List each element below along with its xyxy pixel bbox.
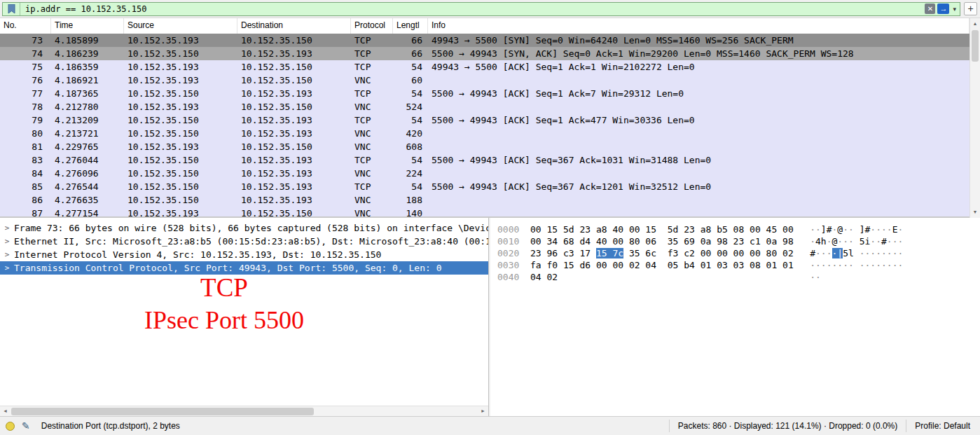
packet-row[interactable]: 794.21320910.152.35.15010.152.35.193TCP5…: [0, 113, 969, 127]
hex-byte[interactable]: 15: [546, 224, 558, 235]
scrollbar-thumb[interactable]: [11, 408, 314, 415]
expert-info-icon[interactable]: [6, 422, 15, 431]
hex-byte[interactable]: f0: [546, 260, 558, 270]
hex-byte[interactable]: 02: [782, 248, 794, 258]
hex-byte[interactable]: 15: [596, 248, 607, 258]
hex-byte[interactable]: 23: [579, 224, 591, 235]
hex-byte[interactable]: 35: [668, 236, 679, 247]
expand-arrow-icon[interactable]: >: [0, 248, 14, 261]
hex-byte[interactable]: 68: [563, 236, 574, 247]
hex-byte[interactable]: 0a: [701, 236, 712, 247]
hex-byte[interactable]: 00: [612, 260, 623, 270]
scroll-up-arrow-icon[interactable]: ▲: [970, 19, 980, 29]
hex-byte[interactable]: 06: [645, 236, 656, 247]
hex-byte[interactable]: 35: [629, 248, 640, 258]
column-header-no[interactable]: No.: [0, 18, 51, 34]
packet-row[interactable]: 814.22976510.152.35.19310.152.35.150VNC6…: [0, 140, 969, 153]
hex-row[interactable]: 0010 00 34 68 d4 40 00 80 06 35 69 0a 98…: [497, 235, 980, 247]
hex-byte[interactable]: c3: [563, 248, 574, 258]
hex-byte[interactable]: 02: [546, 272, 558, 282]
scroll-down-arrow-icon[interactable]: ▼: [970, 207, 980, 217]
packet-row[interactable]: 764.18692110.152.35.19310.152.35.150VNC6…: [0, 74, 969, 87]
hex-byte[interactable]: 5d: [563, 224, 574, 235]
packet-row[interactable]: 804.21372110.152.35.15010.152.35.193VNC4…: [0, 127, 969, 140]
hex-byte[interactable]: 03: [733, 260, 745, 270]
hex-byte[interactable]: 00: [629, 224, 640, 235]
hex-byte[interactable]: 08: [733, 224, 745, 235]
hex-byte[interactable]: c1: [750, 236, 761, 247]
hex-byte[interactable]: 04: [645, 260, 656, 270]
column-header-length[interactable]: Lengtl: [393, 18, 428, 34]
hex-byte[interactable]: 23: [684, 224, 695, 235]
hex-byte[interactable]: 01: [782, 260, 794, 270]
column-header-info[interactable]: Info: [428, 18, 969, 34]
detail-line[interactable]: >Internet Protocol Version 4, Src: 10.15…: [0, 248, 488, 261]
hex-byte[interactable]: 45: [766, 224, 778, 235]
scroll-right-arrow-icon[interactable]: ►: [478, 406, 488, 416]
packet-row[interactable]: 854.27654410.152.35.15010.152.35.193TCP5…: [0, 180, 969, 193]
hex-byte[interactable]: 34: [546, 236, 558, 247]
hex-byte[interactable]: 17: [579, 248, 591, 258]
hex-byte[interactable]: 00: [717, 248, 728, 258]
hex-byte[interactable]: 7c: [612, 248, 623, 258]
hex-byte[interactable]: 98: [782, 236, 794, 247]
packet-row[interactable]: 754.18635910.152.35.19310.152.35.150TCP5…: [0, 60, 969, 74]
hex-byte[interactable]: 08: [750, 260, 761, 270]
packet-row[interactable]: 784.21278010.152.35.19310.152.35.150VNC5…: [0, 100, 969, 113]
packet-row[interactable]: 844.27609610.152.35.15010.152.35.193VNC2…: [0, 167, 969, 180]
hex-byte[interactable]: c2: [684, 248, 695, 258]
detail-line[interactable]: >Ethernet II, Src: Microsoft_23:a8:b5 (0…: [0, 235, 488, 248]
detail-line[interactable]: >Frame 73: 66 bytes on wire (528 bits), …: [0, 221, 488, 235]
hex-byte[interactable]: 01: [701, 260, 712, 270]
hex-byte[interactable]: 0a: [766, 236, 778, 247]
hex-byte[interactable]: 5d: [668, 224, 679, 235]
hex-byte[interactable]: 23: [733, 236, 745, 247]
hex-byte[interactable]: 02: [629, 260, 640, 270]
hex-byte[interactable]: 01: [766, 260, 778, 270]
hex-byte[interactable]: a8: [596, 224, 607, 235]
packet-row[interactable]: 744.18623910.152.35.15010.152.35.193TCP6…: [0, 47, 969, 60]
hex-byte[interactable]: 03: [717, 260, 728, 270]
hex-byte[interactable]: 69: [684, 236, 695, 247]
hex-byte[interactable]: 23: [530, 248, 541, 258]
column-header-destination[interactable]: Destination: [237, 18, 351, 34]
hex-row[interactable]: 0030 fa f0 15 d6 00 00 02 04 05 b4 01 03…: [497, 259, 980, 271]
column-header-source[interactable]: Source: [124, 18, 237, 34]
hex-byte[interactable]: 00: [530, 236, 541, 247]
hex-byte[interactable]: 80: [766, 248, 778, 258]
hex-row[interactable]: 0000 00 15 5d 23 a8 40 00 15 5d 23 a8 b5…: [497, 223, 980, 235]
scrollbar-thumb[interactable]: [972, 30, 979, 62]
bookmark-icon[interactable]: [3, 3, 20, 15]
clear-filter-icon[interactable]: ✕: [925, 4, 935, 14]
hex-byte[interactable]: 00: [750, 248, 761, 258]
packet-row[interactable]: 774.18736510.152.35.15010.152.35.193TCP5…: [0, 87, 969, 100]
hex-byte[interactable]: 96: [546, 248, 558, 258]
packet-list-scrollbar[interactable]: ▲ ▼: [969, 18, 980, 218]
capture-comment-pencil-icon[interactable]: ✎: [22, 420, 30, 431]
hex-byte[interactable]: fa: [530, 260, 541, 270]
add-filter-button[interactable]: +: [964, 2, 977, 15]
hex-byte[interactable]: f3: [668, 248, 679, 258]
hex-byte[interactable]: 00: [733, 248, 745, 258]
hex-byte[interactable]: 40: [612, 224, 623, 235]
column-header-protocol[interactable]: Protocol: [351, 18, 393, 34]
hex-row[interactable]: 0020 23 96 c3 17 15 7c 35 6c f3 c2 00 00…: [497, 247, 980, 259]
hex-byte[interactable]: 00: [750, 224, 761, 235]
packet-row[interactable]: 874.27715410.152.35.19310.152.35.150VNC1…: [0, 207, 969, 216]
hex-byte[interactable]: 00: [782, 224, 794, 235]
hex-byte[interactable]: 00: [701, 248, 712, 258]
hex-byte[interactable]: b5: [717, 224, 728, 235]
status-profile[interactable]: Profile: Default: [906, 420, 980, 432]
hex-byte[interactable]: b4: [684, 260, 695, 270]
packet-row[interactable]: 864.27663510.152.35.15010.152.35.193VNC1…: [0, 193, 969, 207]
apply-filter-icon[interactable]: →: [937, 4, 949, 14]
hex-byte[interactable]: 40: [596, 236, 607, 247]
filter-dropdown-icon[interactable]: ▾: [951, 6, 958, 13]
details-horizontal-scrollbar[interactable]: ◄ ►: [0, 406, 488, 416]
hex-byte[interactable]: a8: [701, 224, 712, 235]
display-filter-field[interactable]: ip.addr == 10.152.35.150 ✕ → ▾: [2, 2, 960, 16]
hex-byte[interactable]: d4: [579, 236, 591, 247]
hex-byte[interactable]: 15: [563, 260, 574, 270]
hex-byte[interactable]: 15: [645, 224, 656, 235]
packet-row[interactable]: 834.27604410.152.35.15010.152.35.193TCP5…: [0, 153, 969, 167]
